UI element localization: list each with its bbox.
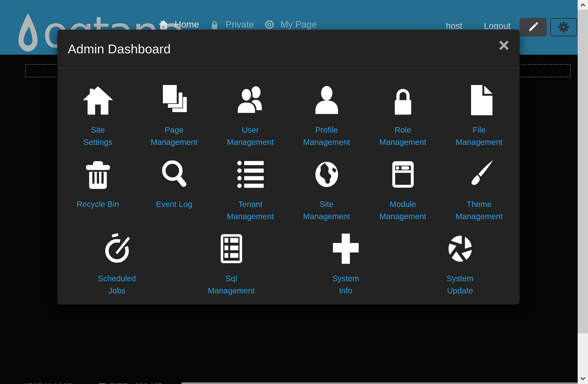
tile-label: ScheduledJobs <box>98 272 136 297</box>
nav-item-home[interactable]: Home <box>158 19 199 30</box>
tile-icon-box <box>444 231 476 266</box>
tile-row: Recycle BinEvent LogTenantManagementSite… <box>60 157 517 222</box>
tile-site-management[interactable]: SiteManagement <box>289 157 365 222</box>
tile-recycle-bin[interactable]: Recycle Bin <box>60 157 136 222</box>
nav-item-my-page[interactable]: My Page <box>264 19 317 30</box>
tile-icon-box <box>82 157 114 192</box>
tile-label: ThemeManagement <box>456 198 503 222</box>
close-icon[interactable] <box>498 40 509 51</box>
gear-icon <box>558 21 570 33</box>
scroll-down-button[interactable] <box>578 374 588 384</box>
main-nav: HomePrivateMy Page <box>158 19 317 30</box>
pages-icon <box>158 84 190 116</box>
tile-icon-box <box>101 231 133 266</box>
trash-icon <box>82 159 114 190</box>
scrollbar-thumb[interactable] <box>578 10 588 333</box>
water-drop-logo-icon <box>17 12 39 53</box>
tile-icon-box <box>82 83 114 117</box>
tile-label: ModuleManagement <box>379 198 426 222</box>
tile-role-management[interactable]: RoleManagement <box>365 83 441 148</box>
person-icon <box>311 84 342 116</box>
admin-dashboard-modal: Admin Dashboard SiteSettingsPageManageme… <box>57 30 520 304</box>
logout-link[interactable]: Logout <box>484 21 511 31</box>
nav-item-private[interactable]: Private <box>210 19 254 30</box>
clipped-element-edge <box>181 382 578 384</box>
tile-label: RoleManagement <box>379 124 426 148</box>
vertical-scrollbar[interactable] <box>578 0 588 384</box>
tile-scheduled-jobs[interactable]: ScheduledJobs <box>60 231 174 297</box>
edit-mode-button[interactable] <box>520 18 547 36</box>
modal-header: Admin Dashboard <box>57 30 520 68</box>
lock-icon <box>210 20 220 30</box>
tile-profile-management[interactable]: ProfileManagement <box>289 83 365 148</box>
tile-icon-box <box>216 231 247 266</box>
page-settings-button[interactable] <box>550 18 577 36</box>
tile-sql-management[interactable]: SqlManagement <box>174 231 289 297</box>
tile-icon-box <box>330 231 361 266</box>
account-links: host Logout <box>446 21 511 31</box>
aperture-icon <box>444 233 476 264</box>
tile-icon-box <box>311 157 342 192</box>
username-link[interactable]: host <box>446 21 462 31</box>
brush-icon <box>463 159 495 190</box>
nav-item-label: Home <box>175 19 199 30</box>
globe-icon <box>311 159 342 190</box>
tile-label: SystemInfo <box>332 272 359 297</box>
tile-system-info[interactable]: SystemInfo <box>289 231 403 297</box>
nav-item-label: My Page <box>280 19 317 30</box>
spreadsheet-icon <box>216 233 247 264</box>
tile-icon-box <box>387 83 419 117</box>
tile-label: FileManagement <box>456 124 503 148</box>
tile-icon-box <box>235 83 266 117</box>
tile-icon-box <box>387 157 419 192</box>
tile-event-log[interactable]: Event Log <box>136 157 212 222</box>
modal-title: Admin Dashboard <box>68 41 171 56</box>
tile-label: PageManagement <box>151 124 198 148</box>
tile-label: SystemUpdate <box>447 272 474 297</box>
tile-row: SiteSettingsPageManagementUserManagement… <box>60 83 517 148</box>
magnifier-icon <box>158 159 190 190</box>
browser-icon <box>387 159 419 190</box>
tile-theme-management[interactable]: ThemeManagement <box>441 157 517 222</box>
target-icon <box>264 20 274 30</box>
pencil-icon <box>527 21 539 33</box>
tile-file-management[interactable]: FileManagement <box>441 83 517 148</box>
tile-row: ScheduledJobsSqlManagementSystemInfoSyst… <box>60 231 517 297</box>
tile-label: SqlManagement <box>208 272 255 297</box>
tile-label: ProfileManagement <box>303 124 350 148</box>
tile-system-update[interactable]: SystemUpdate <box>403 231 517 297</box>
tile-icon-box <box>235 157 266 192</box>
tile-label: SiteManagement <box>303 198 350 222</box>
users-icon <box>235 84 266 116</box>
tile-label: UserManagement <box>227 124 274 148</box>
tile-icon-box <box>311 83 342 117</box>
tile-label: Recycle Bin <box>77 198 119 210</box>
chevron-down-icon <box>580 377 586 381</box>
nav-item-label: Private <box>226 19 254 30</box>
tile-label: SiteSettings <box>83 124 112 148</box>
list-icon <box>235 159 266 190</box>
tile-label: Event Log <box>156 198 192 210</box>
file-icon <box>463 84 495 116</box>
scroll-up-button[interactable] <box>578 0 588 10</box>
home-icon <box>82 84 114 116</box>
tile-icon-box <box>463 157 495 192</box>
tile-icon-box <box>158 157 190 192</box>
modal-body: SiteSettingsPageManagementUserManagement… <box>57 68 520 297</box>
tile-icon-box <box>463 83 495 117</box>
lock-icon <box>387 84 419 116</box>
clipped-text-fragment: SIZE: 460 KB <box>99 382 163 384</box>
timer-icon <box>101 233 133 264</box>
tile-icon-box <box>158 83 190 117</box>
clipped-text-fragment: 1565 X 1023px <box>23 382 83 384</box>
home-icon <box>158 20 168 30</box>
tile-module-management[interactable]: ModuleManagement <box>365 157 441 222</box>
tile-user-management[interactable]: UserManagement <box>212 83 289 148</box>
medical-cross-icon <box>330 233 361 264</box>
tile-tenant-management[interactable]: TenantManagement <box>212 157 289 222</box>
chevron-up-icon <box>580 3 586 7</box>
tile-label: TenantManagement <box>227 198 274 222</box>
square-icon <box>99 383 106 384</box>
tile-site-settings[interactable]: SiteSettings <box>60 83 136 148</box>
tile-page-management[interactable]: PageManagement <box>136 83 212 148</box>
